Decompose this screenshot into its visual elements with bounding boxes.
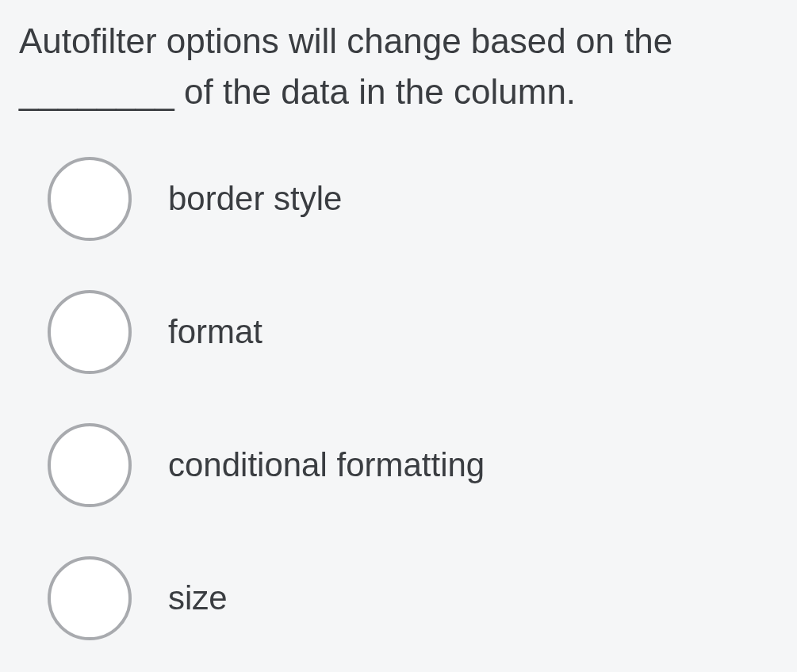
radio-icon — [48, 157, 132, 241]
option-conditional-formatting[interactable]: conditional formatting — [48, 423, 778, 507]
radio-icon — [48, 423, 132, 507]
option-label: conditional formatting — [168, 446, 485, 484]
option-format[interactable]: format — [48, 290, 778, 374]
radio-icon — [48, 290, 132, 374]
option-size[interactable]: size — [48, 556, 778, 640]
option-label: format — [168, 313, 262, 351]
question-text: Autofilter options will change based on … — [19, 16, 778, 117]
option-label: size — [168, 579, 228, 617]
options-list: border style format conditional formatti… — [19, 157, 778, 640]
option-label: border style — [168, 180, 342, 218]
option-border-style[interactable]: border style — [48, 157, 778, 241]
radio-icon — [48, 556, 132, 640]
